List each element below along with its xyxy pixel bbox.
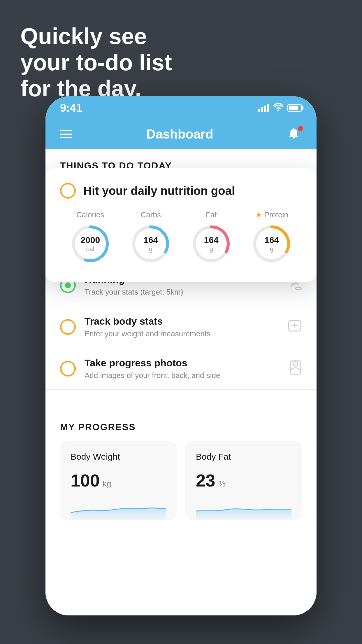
nutrition-circle-check bbox=[60, 183, 76, 199]
progress-photos-circle bbox=[60, 361, 76, 377]
todo-progress-photos[interactable]: Take progress photos Add images of your … bbox=[45, 348, 317, 390]
carbs-donut: 164 g bbox=[130, 223, 171, 264]
person-icon bbox=[289, 360, 302, 377]
progress-cards: Body Weight 100 kg bbox=[60, 441, 302, 520]
running-desc: Track your stats (target: 5km) bbox=[85, 288, 279, 297]
hamburger-menu[interactable] bbox=[60, 130, 72, 138]
body-stats-circle bbox=[60, 319, 76, 335]
progress-photos-name: Take progress photos bbox=[85, 357, 280, 369]
calories-unit: cal bbox=[80, 245, 100, 253]
protein-label: ★ Protein bbox=[255, 210, 288, 219]
todo-body-stats[interactable]: Track body stats Enter your weight and m… bbox=[45, 306, 317, 348]
nutrition-circles: Calories 2000 cal bbox=[60, 210, 302, 264]
nutrition-calories: Calories 2000 cal bbox=[70, 210, 111, 264]
notification-badge bbox=[298, 126, 303, 131]
calories-donut: 2000 cal bbox=[70, 223, 111, 264]
protein-unit: g bbox=[264, 245, 279, 253]
fat-value: 164 bbox=[204, 235, 219, 245]
fat-label: Fat bbox=[206, 210, 217, 219]
background-headline: Quickly see your to-do list for the day. bbox=[20, 23, 172, 102]
body-fat-value: 23 bbox=[196, 470, 215, 491]
body-stats-desc: Enter your weight and measurements bbox=[85, 329, 279, 338]
nutrition-card: Hit your daily nutrition goal Calories bbox=[45, 168, 317, 282]
nutrition-card-title: Hit your daily nutrition goal bbox=[83, 184, 235, 197]
protein-donut: 164 g bbox=[251, 223, 292, 264]
body-weight-card: Body Weight 100 kg bbox=[60, 441, 177, 520]
nutrition-protein: ★ Protein 164 g bbox=[251, 210, 292, 264]
notification-button[interactable] bbox=[287, 127, 302, 141]
battery-icon bbox=[287, 104, 302, 112]
status-time: 9:41 bbox=[60, 102, 82, 114]
progress-title: MY PROGRESS bbox=[60, 422, 302, 433]
body-fat-unit: % bbox=[218, 479, 226, 489]
carbs-label: Carbs bbox=[141, 210, 161, 219]
wifi-icon bbox=[273, 103, 283, 113]
nutrition-carbs: Carbs 164 g bbox=[130, 210, 171, 264]
app-content: THINGS TO DO TODAY Hit your daily nutrit… bbox=[45, 149, 317, 615]
body-fat-card: Body Fat 23 % bbox=[185, 441, 302, 520]
body-fat-title: Body Fat bbox=[196, 452, 291, 462]
phone-screen: 9:41 Dashboard bbox=[45, 96, 317, 615]
progress-section: MY PROGRESS Body Weight 100 kg bbox=[45, 407, 317, 520]
carbs-unit: g bbox=[143, 245, 158, 253]
phone-mockup: 9:41 Dashboard bbox=[45, 96, 317, 615]
body-weight-chart bbox=[71, 499, 166, 520]
status-bar: 9:41 bbox=[45, 96, 317, 120]
nutrition-fat: Fat 164 g bbox=[191, 210, 232, 264]
svg-point-8 bbox=[296, 287, 301, 290]
fat-donut: 164 g bbox=[191, 223, 232, 264]
protein-value: 164 bbox=[264, 235, 279, 245]
body-stats-name: Track body stats bbox=[85, 316, 279, 327]
todo-list: Running Track your stats (target: 5km) bbox=[45, 265, 317, 390]
fat-unit: g bbox=[204, 245, 219, 253]
app-title: Dashboard bbox=[146, 127, 213, 141]
app-header: Dashboard bbox=[45, 120, 317, 149]
signal-icon bbox=[258, 104, 269, 112]
calories-label: Calories bbox=[76, 210, 104, 219]
body-weight-value: 100 bbox=[71, 470, 100, 491]
svg-point-10 bbox=[293, 361, 298, 366]
body-weight-title: Body Weight bbox=[71, 452, 166, 462]
body-weight-unit: kg bbox=[103, 479, 111, 489]
calories-value: 2000 bbox=[80, 235, 100, 245]
scale-icon bbox=[287, 319, 302, 335]
body-fat-chart bbox=[196, 499, 291, 520]
progress-photos-desc: Add images of your front, back, and side bbox=[85, 371, 280, 380]
status-icons bbox=[258, 103, 302, 113]
carbs-value: 164 bbox=[143, 235, 158, 245]
star-icon: ★ bbox=[255, 210, 262, 219]
